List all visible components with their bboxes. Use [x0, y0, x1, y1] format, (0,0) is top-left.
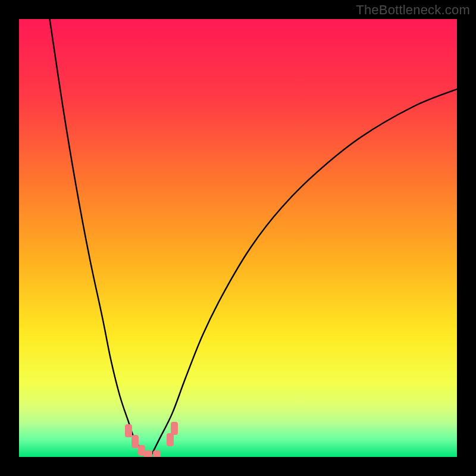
marker-m2	[131, 435, 139, 448]
marker-m7	[171, 422, 178, 435]
marker-m5	[153, 450, 161, 457]
watermark-text: TheBottleneck.com	[356, 2, 470, 18]
marker-m4	[144, 450, 152, 457]
curve-right	[151, 89, 457, 457]
chart-frame: TheBottleneck.com	[0, 0, 476, 476]
plot-area	[19, 19, 457, 457]
marker-m1	[125, 424, 132, 437]
curve-left	[50, 19, 151, 457]
bottleneck-curves	[19, 19, 457, 457]
